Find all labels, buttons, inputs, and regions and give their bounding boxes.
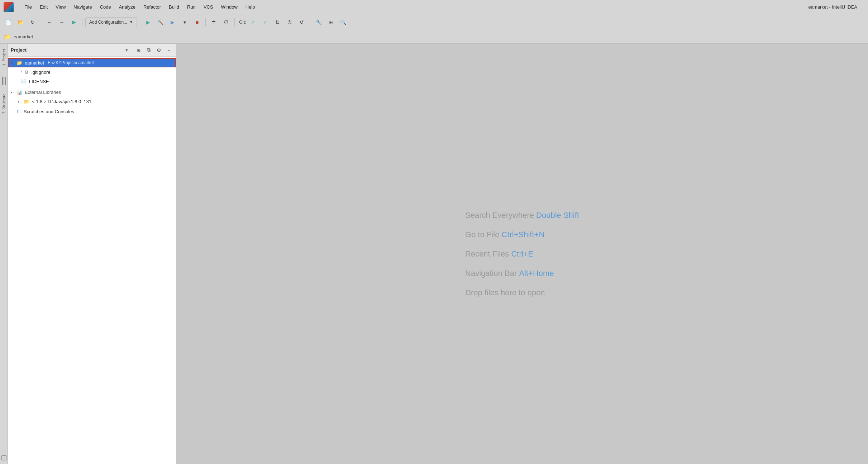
hint-search-label: Search Everywhere xyxy=(465,211,536,220)
wrench-button[interactable]: 🔧 xyxy=(313,17,324,28)
stop-button[interactable]: ■ xyxy=(192,17,202,28)
project-name: eamarket xyxy=(14,34,33,39)
svg-rect-2 xyxy=(2,77,3,85)
toolbar-separator-3 xyxy=(140,18,140,27)
content-area: Search Everywhere Double Shift Go to Fil… xyxy=(176,44,868,464)
menu-file[interactable]: File xyxy=(21,3,35,11)
gitignore-label: .gitignore xyxy=(31,70,50,75)
run-config-dropdown[interactable]: ▾ xyxy=(180,17,190,28)
project-header: 📁 eamarket xyxy=(0,30,868,44)
git-undo-button[interactable]: ↺ xyxy=(296,17,307,28)
forward-button[interactable]: → xyxy=(56,17,67,28)
hint-nav-shortcut: Alt+Home xyxy=(519,269,554,278)
menu-window[interactable]: Window xyxy=(218,3,241,11)
sidebar-toolbar: Project ▼ ⊕ ⧉ ⚙ − xyxy=(8,44,176,57)
build-button[interactable]: 🔨 xyxy=(155,17,166,28)
back-button[interactable]: ← xyxy=(44,17,55,28)
debug-button[interactable]: ▶ xyxy=(167,17,178,28)
left-tab-favorites[interactable] xyxy=(0,72,8,90)
project-tree: ▾ 📁 eamarket E:\ZKYProject\eamarket • ⚙ … xyxy=(8,57,176,464)
tree-item-gitignore[interactable]: • ⚙ .gitignore xyxy=(8,67,176,77)
navigate-button[interactable]: ▶ xyxy=(68,17,79,28)
hint-drop-label: Drop files here to open xyxy=(465,288,545,297)
find-action-button[interactable]: 🔍 xyxy=(338,17,348,28)
tree-item-external-libs[interactable]: ▾ 📊 External Libraries xyxy=(8,87,176,97)
gitignore-icon: ⚙ xyxy=(24,70,29,75)
hint-recent-files: Recent Files Ctrl+E xyxy=(465,249,533,259)
hint-navigation-bar: Navigation Bar Alt+Home xyxy=(465,269,554,278)
hide-sidebar-button[interactable]: − xyxy=(164,46,173,54)
git-fetch-button[interactable]: ✓ xyxy=(248,17,258,28)
hint-drop-files: Drop files here to open xyxy=(465,288,545,297)
main-toolbar: 📄 📂 ↻ ← → ▶ Add Configuration... ▼ ▶ 🔨 ▶… xyxy=(0,14,868,30)
add-config-label: Add Configuration... xyxy=(89,20,127,25)
project-dropdown-arrow[interactable]: ▼ xyxy=(125,48,129,52)
collapse-all-button[interactable]: ⧉ xyxy=(144,46,153,54)
add-config-dropdown-icon: ▼ xyxy=(129,20,133,24)
tree-item-license[interactable]: 📄 LICENSE xyxy=(8,77,176,86)
root-path: E:\ZKYProject\eamarket xyxy=(48,60,94,65)
menu-view[interactable]: View xyxy=(52,3,69,11)
left-tab-extra[interactable] xyxy=(1,455,6,460)
new-file-button[interactable]: 📄 xyxy=(3,17,14,28)
git-label: Git: xyxy=(239,19,246,25)
scratch-icon: 🗒 xyxy=(16,109,21,114)
menu-navigate[interactable]: Navigate xyxy=(70,3,95,11)
tree-item-jdk[interactable]: ▸ 📁 < 1.8 > D:\Java\jdk1.8.0_131 xyxy=(8,97,176,106)
scratch-arrow-icon: ▸ xyxy=(11,110,15,114)
title-bar: File Edit View Navigate Code Analyze Ref… xyxy=(0,0,868,14)
hint-goto-label: Go to File xyxy=(465,230,501,239)
ext-libs-icon: 📊 xyxy=(16,90,22,95)
root-name: eamarket xyxy=(25,60,44,66)
hint-nav-label: Navigation Bar xyxy=(465,269,519,278)
license-label: LICENSE xyxy=(29,79,49,84)
toolbar-separator-5 xyxy=(234,18,235,27)
open-file-button[interactable]: 📂 xyxy=(15,17,26,28)
profiler-button[interactable]: ⏱ xyxy=(221,17,232,28)
left-tab-structure[interactable]: 7: Structure xyxy=(0,90,8,118)
sidebar-title: Project xyxy=(11,47,123,53)
menu-refactor[interactable]: Refactor xyxy=(140,3,164,11)
file-dot-icon: • xyxy=(21,70,22,75)
ext-libs-arrow-icon: ▾ xyxy=(11,90,15,94)
license-icon: 📄 xyxy=(21,79,27,84)
svg-rect-1 xyxy=(4,77,4,85)
window-title: eamarket - IntelliJ IDEA xyxy=(808,4,857,10)
jdk-folder-icon: 📁 xyxy=(24,99,29,104)
sidebar: Project ▼ ⊕ ⧉ ⚙ − ▾ 📁 eamarket E:\ZKYPro… xyxy=(8,44,176,464)
menu-run[interactable]: Run xyxy=(183,3,199,11)
sync-button[interactable]: ↻ xyxy=(27,17,38,28)
main-area: 1: Project 7: Structure Project ▼ ⊕ ⧉ ⚙ … xyxy=(0,44,868,464)
menu-build[interactable]: Build xyxy=(165,3,183,11)
toolbar-separator-4 xyxy=(205,18,206,27)
left-tab-project[interactable]: 1: Project xyxy=(0,46,8,69)
git-check-button[interactable]: ✓ xyxy=(260,17,271,28)
toolbar-separator-2 xyxy=(82,18,82,27)
git-merge-button[interactable]: ⇅ xyxy=(272,17,283,28)
menu-analyze[interactable]: Analyze xyxy=(115,3,139,11)
ext-libs-label: External Libraries xyxy=(25,90,61,95)
hint-goto-file: Go to File Ctrl+Shift+N xyxy=(465,230,544,239)
jdk-arrow-icon: ▸ xyxy=(18,100,22,104)
settings-button[interactable]: ⚙ xyxy=(154,46,163,54)
hint-search-everywhere: Search Everywhere Double Shift xyxy=(465,211,579,220)
welcome-hints: Search Everywhere Double Shift Go to Fil… xyxy=(465,211,579,297)
menu-help[interactable]: Help xyxy=(242,3,259,11)
coverage-button[interactable]: ☂ xyxy=(209,17,219,28)
hint-recent-label: Recent Files xyxy=(465,249,511,258)
locate-file-button[interactable]: ⊕ xyxy=(134,46,143,54)
menu-vcs[interactable]: VCS xyxy=(200,3,217,11)
scratch-label: Scratches and Consoles xyxy=(24,109,74,114)
add-configuration-button[interactable]: Add Configuration... ▼ xyxy=(85,17,137,27)
git-history-button[interactable]: ⏱ xyxy=(284,17,295,28)
toolbar-separator-6 xyxy=(310,18,310,27)
root-folder-icon: 📁 xyxy=(16,60,22,66)
menu-code[interactable]: Code xyxy=(96,3,115,11)
menu-edit[interactable]: Edit xyxy=(36,3,51,11)
hint-search-shortcut: Double Shift xyxy=(536,211,579,220)
tree-item-root[interactable]: ▾ 📁 eamarket E:\ZKYProject\eamarket xyxy=(8,58,176,67)
project-folder-icon: 📁 xyxy=(4,33,11,40)
tree-item-scratches[interactable]: ▸ 🗒 Scratches and Consoles xyxy=(8,107,176,116)
run-button[interactable]: ▶ xyxy=(143,17,154,28)
project-structure-button[interactable]: ⊞ xyxy=(325,17,336,28)
